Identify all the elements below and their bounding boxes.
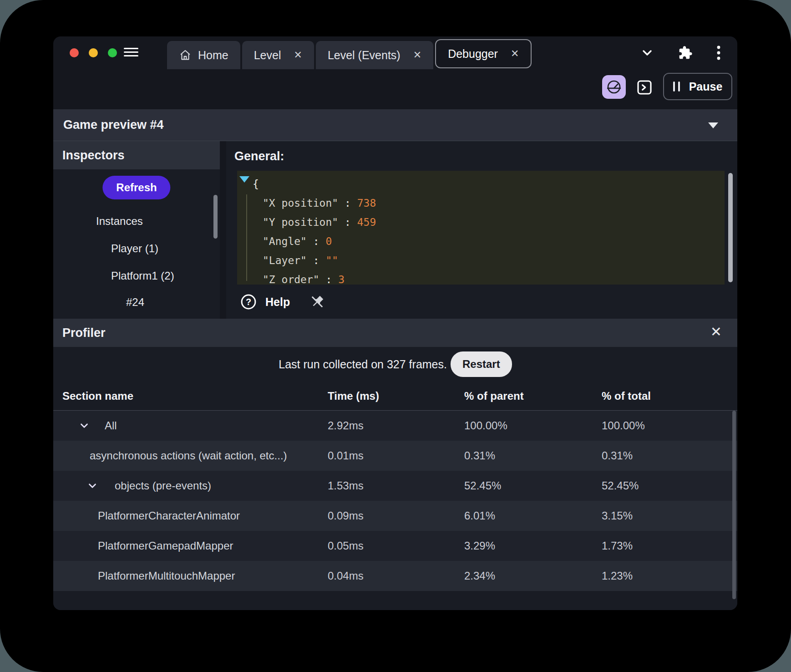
collapse-node-icon[interactable] (239, 176, 249, 183)
indent-guide (246, 194, 247, 281)
profiler-status-row: Last run collected on 327 frames. Restar… (53, 351, 737, 378)
tab-level-events[interactable]: Level (Events) ✕ (316, 41, 433, 69)
properties-scrollbar[interactable] (728, 173, 733, 282)
console-button[interactable] (635, 78, 654, 97)
gauge-icon (605, 78, 623, 96)
json-entry[interactable]: "Z order" : 3 (237, 270, 725, 289)
tree-item-instances[interactable]: Instances (96, 210, 143, 233)
tree-item-player[interactable]: Player (1) (111, 237, 158, 260)
general-title: General: (234, 149, 284, 163)
tab-home[interactable]: Home (167, 41, 240, 69)
close-profiler-icon[interactable]: ✕ (710, 325, 722, 339)
tabbar-right-actions (640, 36, 737, 69)
tree-item-platform1[interactable]: Platform1 (2) (111, 265, 174, 287)
game-preview-bar[interactable]: Game preview #4 (53, 109, 737, 141)
json-entry[interactable]: "Layer" : "" (237, 251, 725, 270)
pin-off-icon (309, 294, 325, 310)
close-window-button[interactable] (70, 48, 79, 57)
table-row[interactable]: objects (pre-events) 1.53ms 52.45% 52.45… (53, 471, 737, 501)
json-entry[interactable]: "X position" : 738 (237, 193, 725, 213)
pause-button[interactable]: Pause (663, 73, 732, 100)
pause-label: Pause (689, 80, 723, 93)
general-panel: General: { "X position" : 738 "Y positio… (226, 141, 737, 319)
inspectors-header: Inspectors (53, 141, 220, 169)
collapse-row-icon[interactable] (78, 420, 90, 432)
help-row: ? Help (226, 288, 737, 316)
refresh-button[interactable]: Refresh (102, 176, 170, 199)
pause-icon (673, 81, 680, 92)
restart-button[interactable]: Restart (451, 351, 512, 377)
table-row[interactable]: PlatformerMultitouchMapper 0.04ms 2.34% … (53, 561, 737, 591)
profiler-title: Profiler (62, 326, 106, 340)
json-entry[interactable]: "Y position" : 459 (237, 213, 725, 232)
tab-label: Level (254, 49, 281, 62)
tree-item-24[interactable]: #24 (126, 291, 144, 314)
close-tab-icon[interactable]: ✕ (294, 50, 302, 60)
json-open-brace: { (237, 174, 725, 193)
profiler-panel: Last run collected on 327 frames. Restar… (53, 347, 737, 610)
minimize-window-button[interactable] (89, 48, 98, 57)
profiler-status-text: Last run collected on 327 frames. (279, 358, 447, 371)
preview-collapse-caret-icon[interactable] (708, 122, 718, 128)
close-tab-icon[interactable]: ✕ (413, 50, 421, 60)
home-icon (179, 49, 192, 61)
header-pct-total: % of total (602, 390, 651, 402)
debugger-window: Home Level ✕ Level (Events) ✕ Debugger ✕ (53, 36, 737, 610)
tab-debugger[interactable]: Debugger ✕ (435, 39, 532, 68)
table-row[interactable]: asynchronous actions (wait action, etc..… (53, 441, 737, 471)
main-menu-button[interactable] (124, 48, 138, 58)
console-icon (635, 78, 654, 97)
svg-text:?: ? (246, 297, 251, 307)
inspectors-tree: Refresh Instances Player (1) Platform1 (… (53, 169, 220, 319)
header-section-name: Section name (62, 390, 133, 402)
help-label: Help (265, 295, 290, 309)
table-row[interactable]: All 2.92ms 100.00% 100.00% (53, 411, 737, 441)
chevron-down-icon[interactable] (640, 46, 654, 60)
properties-json-view: { "X position" : 738 "Y position" : 459 … (237, 171, 725, 285)
debugger-toolbar: Pause (53, 69, 737, 109)
profiler-scrollbar[interactable] (732, 411, 736, 599)
inspectors-title: Inspectors (62, 148, 125, 163)
close-tab-icon[interactable]: ✕ (511, 49, 519, 59)
kebab-menu-icon[interactable] (716, 45, 721, 61)
profiler-table-header: Section name Time (ms) % of parent % of … (53, 383, 737, 411)
tab-label: Level (Events) (328, 49, 401, 62)
tab-label: Debugger (448, 47, 498, 61)
inspector-content: Inspectors Refresh Instances Player (1) … (53, 141, 737, 319)
tab-level[interactable]: Level ✕ (242, 41, 314, 69)
tab-label: Home (198, 49, 228, 62)
extensions-puzzle-icon[interactable] (678, 46, 693, 60)
unpin-button[interactable] (309, 294, 325, 310)
fullscreen-window-button[interactable] (108, 48, 117, 57)
header-time: Time (ms) (328, 390, 379, 402)
profiler-gauge-button[interactable] (602, 75, 626, 99)
inspectors-panel: Inspectors Refresh Instances Player (1) … (53, 141, 220, 319)
table-row[interactable]: PlatformerCharacterAnimator 0.09ms 6.01%… (53, 501, 737, 531)
collapse-row-icon[interactable] (86, 480, 98, 492)
traffic-lights (70, 48, 117, 57)
table-row[interactable]: PlatformerGamepadMapper 0.05ms 3.29% 1.7… (53, 531, 737, 561)
inspectors-scrollbar[interactable] (213, 195, 218, 239)
json-entry[interactable]: "Angle" : 0 (237, 232, 725, 251)
profiler-header: Profiler ✕ (53, 319, 737, 347)
tab-bar: Home Level ✕ Level (Events) ✕ Debugger ✕ (53, 36, 737, 69)
header-pct-parent: % of parent (464, 390, 524, 402)
game-preview-title: Game preview #4 (63, 118, 164, 132)
help-button[interactable]: ? Help (240, 293, 290, 311)
question-circle-icon: ? (240, 293, 257, 311)
tabs: Home Level ✕ Level (Events) ✕ Debugger ✕ (167, 36, 532, 69)
